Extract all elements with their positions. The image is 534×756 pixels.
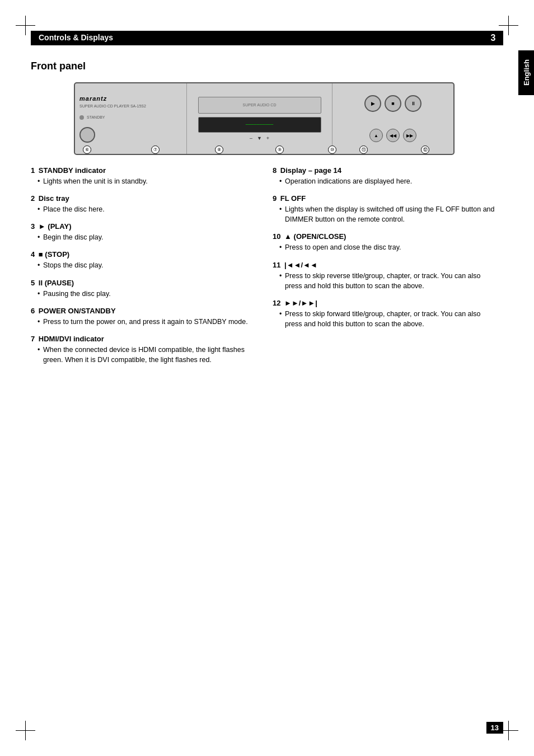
item-bullets-8: Operation indications are displayed here… bbox=[279, 176, 498, 186]
item-block-7: 7 HDMI/DVI indicatorWhen the connected d… bbox=[31, 335, 256, 365]
item-num: 3 bbox=[31, 222, 35, 231]
item-num: 10 bbox=[273, 232, 280, 241]
standby-label: STANDBY bbox=[87, 115, 105, 119]
item-num: 12 bbox=[273, 299, 280, 307]
callout-6: ⑥ bbox=[83, 145, 91, 154]
item-header-9: 9 FL OFF bbox=[273, 194, 498, 203]
callout-9: ⑨ bbox=[275, 145, 284, 154]
item-block-1: 1 STANDBY indicatorLights when the unit … bbox=[31, 166, 256, 186]
item-header-11: 11 |◄◄/◄◄ bbox=[273, 261, 498, 269]
item-block-10: 10 ▲ (OPEN/CLOSE)Press to open and close… bbox=[273, 232, 498, 252]
item-block-2: 2 Disc trayPlace the disc here. bbox=[31, 194, 256, 214]
item-header-10: 10 ▲ (OPEN/CLOSE) bbox=[273, 232, 498, 241]
bullet-item: Begin the disc play. bbox=[38, 232, 256, 242]
item-block-8: 8 Display – page 14Operation indications… bbox=[273, 166, 498, 186]
item-bullets-11: Press to skip reverse title/group, chapt… bbox=[279, 271, 498, 291]
right-column: 8 Display – page 14Operation indications… bbox=[273, 166, 498, 373]
item-block-3: 3 ► (PLAY)Begin the disc play. bbox=[31, 222, 256, 242]
item-header-8: 8 Display – page 14 bbox=[273, 166, 498, 175]
item-header-1: 1 STANDBY indicator bbox=[31, 166, 256, 175]
plus-btn[interactable]: + bbox=[266, 135, 269, 141]
item-bullets-12: Press to skip forward title/group, chapt… bbox=[279, 309, 498, 329]
item-num: 6 bbox=[31, 307, 35, 315]
header-bar: Controls & Displays 3 bbox=[31, 31, 503, 45]
items-two-col: 1 STANDBY indicatorLights when the unit … bbox=[31, 166, 498, 373]
item-num: 2 bbox=[31, 194, 35, 203]
item-block-4: 4 ■ (STOP)Stops the disc play. bbox=[31, 250, 256, 270]
item-bullets-3: Begin the disc play. bbox=[38, 232, 256, 242]
standby-indicator bbox=[79, 115, 84, 120]
bullet-item: Place the disc here. bbox=[38, 204, 256, 214]
page-number: 13 bbox=[486, 722, 503, 734]
language-tab: English bbox=[518, 50, 534, 95]
skip-fwd-button[interactable]: ▶▶ bbox=[403, 129, 416, 142]
item-header-6: 6 POWER ON/STANDBY bbox=[31, 307, 256, 315]
bullet-item: Lights when the unit is in standby. bbox=[38, 176, 256, 186]
item-header-2: 2 Disc tray bbox=[31, 194, 256, 203]
bullet-item: Lights when the display is switched off … bbox=[279, 204, 498, 224]
disc-tray-label: SUPER AUDIO CD bbox=[243, 103, 277, 107]
item-bullets-4: Stops the disc play. bbox=[38, 260, 256, 270]
main-content: Front panel ① ② ③ ④ ⑤ marantz SUPER AUDI… bbox=[31, 50, 498, 373]
left-column: 1 STANDBY indicatorLights when the unit … bbox=[31, 166, 256, 373]
bullet-item: Stops the disc play. bbox=[38, 260, 256, 270]
item-block-12: 12 ►►/►►|Press to skip forward title/gro… bbox=[273, 299, 498, 329]
item-num: 5 bbox=[31, 279, 35, 287]
panel-left: marantz SUPER AUDIO CD PLAYER SA-15S2 ST… bbox=[75, 83, 187, 154]
bullet-item: Press to turn the power on, and press it… bbox=[38, 317, 256, 327]
item-bullets-2: Place the disc here. bbox=[38, 204, 256, 214]
item-block-11: 11 |◄◄/◄◄Press to skip reverse title/gro… bbox=[273, 261, 498, 291]
item-bullets-10: Press to open and close the disc tray. bbox=[279, 242, 498, 252]
item-header-4: 4 ■ (STOP) bbox=[31, 250, 256, 259]
item-header-12: 12 ►►/►►| bbox=[273, 299, 498, 307]
callout-7: ⑦ bbox=[151, 145, 160, 154]
item-header-5: 5 II (PAUSE) bbox=[31, 279, 256, 287]
bullet-item: Operation indications are displayed here… bbox=[279, 176, 498, 186]
top-btn-row: ▶ ■ ⏸ bbox=[364, 95, 421, 112]
bullet-item: Pausing the disc play. bbox=[38, 289, 256, 299]
section-number: 3 bbox=[483, 31, 503, 45]
model-text: SUPER AUDIO CD PLAYER SA-15S2 bbox=[79, 104, 182, 108]
minus-btn[interactable]: – bbox=[250, 135, 252, 141]
item-bullets-6: Press to turn the power on, and press it… bbox=[38, 317, 256, 327]
item-bullets-7: When the connected device is HDMI compat… bbox=[38, 345, 256, 365]
callout-12: ⑫ bbox=[421, 145, 429, 154]
panel-center: SUPER AUDIO CD ────────── – ▼ + bbox=[187, 83, 332, 154]
skip-back-button[interactable]: ◀◀ bbox=[386, 129, 400, 142]
item-block-5: 5 II (PAUSE)Pausing the disc play. bbox=[31, 279, 256, 299]
item-num: 11 bbox=[273, 261, 280, 269]
item-num: 1 bbox=[31, 166, 35, 175]
brand-logo: marantz bbox=[79, 95, 182, 102]
panel-container: marantz SUPER AUDIO CD PLAYER SA-15S2 ST… bbox=[63, 82, 466, 155]
device-diagram-wrapper: ① ② ③ ④ ⑤ marantz SUPER AUDIO CD PLAYER … bbox=[63, 82, 466, 155]
item-num: 9 bbox=[273, 194, 277, 203]
panel-right: ▶ ■ ⏸ ▲ ◀◀ ▶▶ bbox=[332, 83, 453, 154]
item-bullets-5: Pausing the disc play. bbox=[38, 289, 256, 299]
item-header-3: 3 ► (PLAY) bbox=[31, 222, 256, 231]
device-panel: marantz SUPER AUDIO CD PLAYER SA-15S2 ST… bbox=[74, 82, 455, 155]
bullet-item: Press to skip forward title/group, chapt… bbox=[279, 309, 498, 329]
item-bullets-1: Lights when the unit is in standby. bbox=[38, 176, 256, 186]
open-close-button[interactable]: ▲ bbox=[369, 129, 383, 142]
bullet-item: When the connected device is HDMI compat… bbox=[38, 345, 256, 365]
bottom-btn-row: ▲ ◀◀ ▶▶ bbox=[369, 129, 416, 142]
power-button[interactable] bbox=[79, 127, 95, 143]
pause-button[interactable]: ⏸ bbox=[405, 95, 421, 112]
item-header-7: 7 HDMI/DVI indicator bbox=[31, 335, 256, 343]
callout-8: ⑧ bbox=[215, 145, 223, 154]
bullet-item: Press to open and close the disc tray. bbox=[279, 242, 498, 252]
section-title: Controls & Displays bbox=[31, 31, 483, 45]
front-panel-heading: Front panel bbox=[31, 60, 498, 72]
play-button[interactable]: ▶ bbox=[364, 95, 381, 112]
callout-11: ⑪ bbox=[359, 145, 368, 154]
item-num: 8 bbox=[273, 166, 277, 175]
bullet-item: Press to skip reverse title/group, chapt… bbox=[279, 271, 498, 291]
item-block-9: 9 FL OFFLights when the display is switc… bbox=[273, 194, 498, 224]
display-small: ▼ bbox=[257, 135, 262, 141]
display-area: ────────── bbox=[198, 117, 321, 133]
display-text: ────────── bbox=[246, 123, 274, 126]
item-num: 4 bbox=[31, 250, 35, 259]
callout-10: ⑩ bbox=[328, 145, 336, 154]
stop-button[interactable]: ■ bbox=[385, 95, 401, 112]
item-block-6: 6 POWER ON/STANDBYPress to turn the powe… bbox=[31, 307, 256, 327]
